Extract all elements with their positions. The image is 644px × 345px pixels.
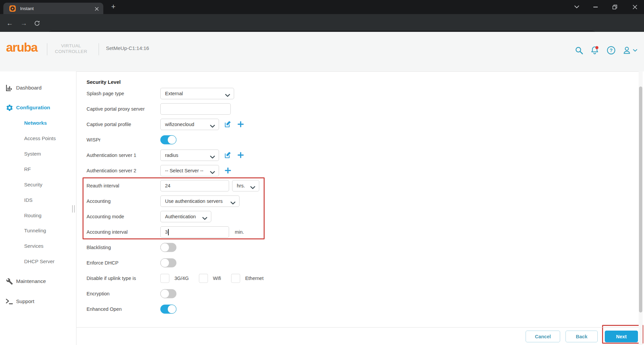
field-label: Accounting — [87, 198, 111, 204]
checkbox-3g-4g[interactable] — [160, 274, 169, 283]
sidebar-nav: DashboardConfigurationNetworksAccess Poi… — [0, 71, 76, 345]
browser-toolbar: ← → Güvenli değil | https://setmeup.arub… — [0, 14, 644, 32]
checkbox-ethernet[interactable] — [231, 274, 240, 283]
chevron-down-icon — [225, 93, 230, 99]
section-title: Security Level — [87, 79, 121, 85]
edit-icon[interactable] — [224, 151, 232, 159]
scrollbar-thumb[interactable] — [639, 87, 642, 312]
main-scrollbar[interactable] — [639, 71, 643, 345]
back-button[interactable]: Back — [566, 331, 598, 342]
text-cursor — [168, 229, 169, 235]
user-menu-icon[interactable] — [622, 45, 638, 56]
reauth-interval-input[interactable]: 24 — [160, 180, 229, 191]
sidebar-item-label: IDS — [24, 197, 33, 203]
sidebar-item-label: Configuration — [16, 105, 50, 111]
sidebar-item-security[interactable]: Security — [0, 179, 76, 189]
captive-portal-proxy-server-input[interactable] — [160, 103, 231, 115]
checkbox-label: Ethernet — [245, 276, 264, 281]
browser-tab[interactable]: Instant — [3, 3, 103, 14]
toggle-knob — [160, 258, 169, 267]
field-label: Splash page type — [87, 91, 124, 96]
tab-close-icon[interactable] — [95, 6, 99, 11]
search-icon[interactable] — [574, 45, 584, 56]
controller-name: SetMeUp-C1:14:16 — [106, 45, 149, 51]
form-row-enhanced-open: Enhanced Open — [76, 301, 479, 317]
new-tab-button[interactable]: + — [109, 2, 118, 11]
chevron-down-icon — [210, 123, 215, 129]
toggle-knob — [167, 304, 176, 313]
sidebar-item-ids[interactable]: IDS — [0, 195, 76, 205]
blacklisting-toggle[interactable] — [160, 243, 176, 252]
sidebar-item-networks[interactable]: Networks — [0, 118, 76, 128]
forward-icon[interactable]: → — [19, 19, 28, 27]
sidebar-item-dashboard[interactable]: Dashboard — [0, 83, 76, 93]
accounting-mode-select[interactable]: Authentication — [160, 211, 211, 222]
field-label: Accounting interval — [87, 229, 128, 235]
sidebar-item-maintenance[interactable]: Maintenance — [0, 276, 76, 286]
notifications-bell-icon[interactable] — [589, 45, 600, 56]
splash-page-type-select[interactable]: External — [160, 88, 234, 99]
field-label: Encryption — [87, 291, 110, 296]
tab-search-icon[interactable] — [569, 0, 584, 14]
enforce-dhcp-toggle[interactable] — [160, 258, 176, 267]
edit-icon[interactable] — [224, 120, 232, 128]
svg-text:?: ? — [610, 48, 613, 53]
sidebar-item-label: Security — [24, 182, 42, 187]
sidebar-item-label: Routing — [24, 213, 42, 218]
sidebar-item-rf[interactable]: RF — [0, 164, 76, 174]
field-label: Reauth interval — [87, 183, 119, 188]
field-label: Enhanced Open — [87, 306, 122, 312]
window-restore-button[interactable] — [607, 0, 623, 14]
field-label: WISPr — [87, 137, 101, 142]
reauth-interval-unit-select[interactable]: hrs. — [232, 180, 259, 191]
app-header: aruba VIRTUAL CONTROLLER SetMeUp-C1:14:1… — [0, 32, 644, 71]
checkbox-label: 3G/4G — [174, 276, 189, 281]
cancel-button[interactable]: Cancel — [526, 331, 560, 342]
window-minimize-button[interactable] — [588, 0, 603, 14]
help-icon[interactable]: ? — [606, 45, 616, 56]
authentication-server-1-select[interactable]: radius — [160, 150, 219, 161]
checkbox-label: Wifi — [213, 276, 221, 281]
selected-value: hrs. — [232, 183, 245, 188]
accounting-select[interactable]: Use authentication servers — [160, 195, 239, 207]
accounting-interval-input[interactable]: 3 — [160, 226, 229, 238]
form-row-authentication-server-2: Authentication server 2-- Select Server … — [76, 163, 479, 178]
sidebar-item-tunneling[interactable]: Tunneling — [0, 225, 76, 235]
sidebar-resize-handle[interactable] — [72, 205, 75, 213]
enhanced-open-toggle[interactable] — [160, 304, 176, 313]
next-button[interactable]: Next — [605, 331, 638, 342]
form-row-accounting: AccountingUse authentication servers — [76, 193, 479, 209]
add-icon[interactable] — [236, 120, 245, 128]
sidebar-item-label: Tunneling — [24, 228, 46, 233]
captive-portal-profile-select[interactable]: wifizonecloud — [160, 119, 219, 130]
field-label: Authentication server 2 — [87, 168, 136, 173]
sidebar-item-configuration[interactable]: Configuration — [0, 103, 76, 113]
selected-value: radius — [161, 153, 178, 158]
back-icon[interactable]: ← — [5, 19, 14, 27]
sidebar-item-routing[interactable]: Routing — [0, 210, 76, 220]
sidebar-item-dhcp-server[interactable]: DHCP Server — [0, 256, 76, 266]
window-close-button[interactable] — [627, 0, 643, 14]
chevron-down-icon — [250, 185, 255, 191]
wispr-toggle[interactable] — [160, 135, 176, 144]
checkbox-wifi[interactable] — [199, 274, 208, 283]
add-icon[interactable] — [236, 151, 245, 159]
toggle-knob — [160, 289, 169, 298]
form-row-reauth-interval: Reauth interval24hrs. — [76, 178, 479, 193]
disable-uplink-checkbox-group: 3G/4GWifiEthernet — [160, 274, 274, 283]
sidebar-item-services[interactable]: Services — [0, 241, 76, 251]
sidebar-item-system[interactable]: System — [0, 149, 76, 159]
wrench-icon — [5, 277, 13, 285]
chevron-down-icon — [210, 170, 215, 176]
encryption-toggle[interactable] — [160, 289, 176, 298]
input-value: 24 — [165, 183, 170, 188]
add-icon[interactable] — [224, 167, 232, 175]
main-content: Security Level Splash page typeExternalC… — [76, 71, 639, 345]
sidebar-item-access-points[interactable]: Access Points — [0, 133, 76, 143]
form-row-authentication-server-1: Authentication server 1radius — [76, 148, 479, 163]
toggle-knob — [167, 135, 176, 144]
form-row-wispr: WISPr — [76, 132, 479, 148]
authentication-server-2-select[interactable]: -- Select Server -- — [160, 165, 219, 176]
reload-icon[interactable] — [33, 19, 41, 27]
sidebar-item-support[interactable]: Support — [0, 296, 76, 306]
